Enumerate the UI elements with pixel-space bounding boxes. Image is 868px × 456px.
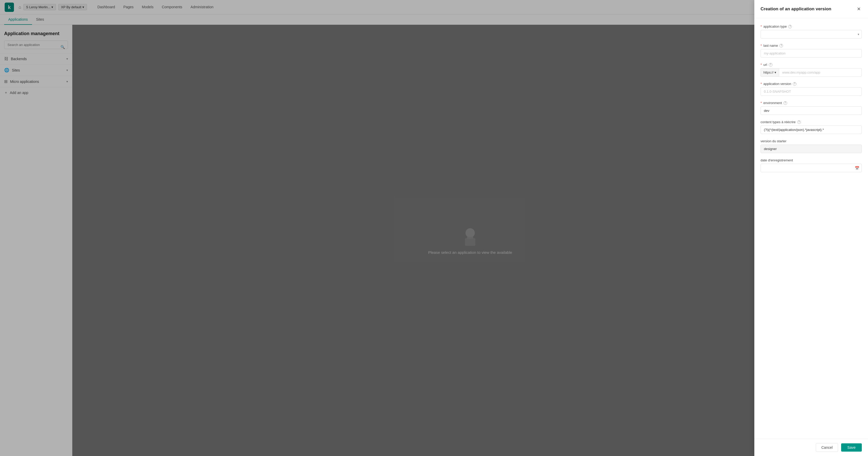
application-version-help-icon[interactable]: ? xyxy=(793,82,797,86)
url-group: * url ? https:// ▾ xyxy=(761,63,862,77)
application-type-help-icon[interactable]: ? xyxy=(788,25,792,28)
registration-date-input[interactable] xyxy=(761,164,862,172)
content-types-help-icon[interactable]: ? xyxy=(797,120,801,124)
panel-footer: Cancel Save xyxy=(754,439,868,456)
url-protocol-selector[interactable]: https:// ▾ xyxy=(761,68,779,77)
modal-overlay[interactable] xyxy=(0,0,868,456)
application-type-select[interactable] xyxy=(761,30,862,38)
url-label: * url ? xyxy=(761,63,862,67)
last-name-input[interactable] xyxy=(761,49,862,58)
application-type-label: * application type ? xyxy=(761,25,862,28)
registration-date-label: date d'enregistrement xyxy=(761,158,862,162)
panel-body: * application type ? ▾ * last name ? xyxy=(754,18,868,439)
environment-group: * environment ? xyxy=(761,101,862,115)
save-button[interactable]: Save xyxy=(841,443,862,452)
panel-header: Creation of an application version ✕ xyxy=(754,0,868,18)
url-help-icon[interactable]: ? xyxy=(769,63,772,67)
application-type-group: * application type ? ▾ xyxy=(761,25,862,38)
environment-input[interactable] xyxy=(761,106,862,115)
starter-version-group: version du starter xyxy=(761,139,862,153)
url-protocol-label: https:// xyxy=(764,70,773,74)
application-version-input[interactable] xyxy=(761,87,862,96)
application-version-group: * application version ? xyxy=(761,82,862,96)
url-input-group: https:// ▾ xyxy=(761,68,862,77)
starter-version-label: version du starter xyxy=(761,139,862,143)
registration-date-group: date d'enregistrement 📅 xyxy=(761,158,862,172)
cancel-button[interactable]: Cancel xyxy=(816,443,838,452)
last-name-label: * last name ? xyxy=(761,44,862,47)
date-input-wrapper: 📅 xyxy=(761,164,862,172)
starter-version-input[interactable] xyxy=(761,144,862,153)
last-name-help-icon[interactable]: ? xyxy=(779,44,783,47)
protocol-chevron-icon: ▾ xyxy=(774,70,776,74)
environment-help-icon[interactable]: ? xyxy=(783,101,787,105)
content-types-input[interactable] xyxy=(761,126,862,134)
environment-label: * environment ? xyxy=(761,101,862,105)
application-type-select-wrapper: ▾ xyxy=(761,30,862,38)
application-version-label: * application version ? xyxy=(761,82,862,86)
content-types-group: content types à réécrire ? xyxy=(761,120,862,134)
content-types-label: content types à réécrire ? xyxy=(761,120,862,124)
last-name-group: * last name ? xyxy=(761,44,862,58)
creation-panel: Creation of an application version ✕ * a… xyxy=(754,0,868,456)
panel-close-button[interactable]: ✕ xyxy=(856,5,862,13)
panel-title: Creation of an application version xyxy=(761,6,831,12)
url-input[interactable] xyxy=(779,68,862,77)
